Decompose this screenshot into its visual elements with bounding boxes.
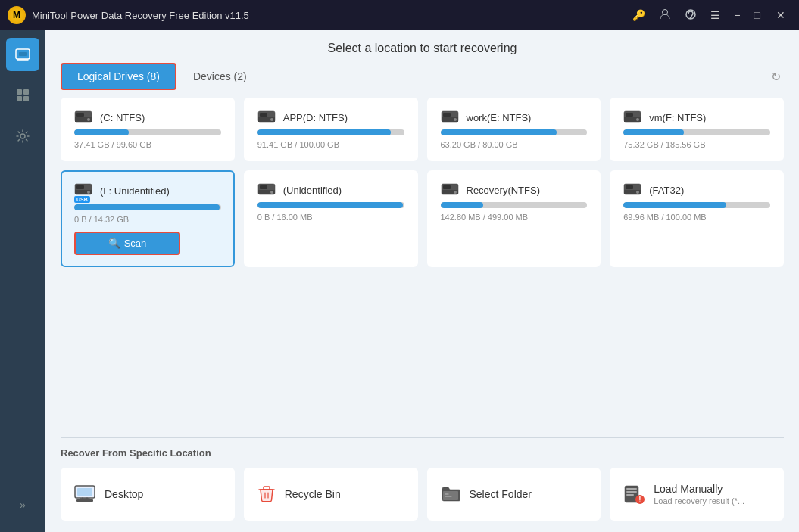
drive-name-c: (C: NTFS) [100,112,145,123]
svg-point-33 [270,191,273,194]
drive-fill-recovery [441,202,483,208]
drive-fill-vm [623,129,683,135]
expand-sidebar[interactable]: » [14,493,32,517]
drive-name-fat32: (FAT32) [649,185,684,196]
tabs-container: Logical Drives (8) Devices (2) ↻ [45,63,799,90]
svg-text:!: ! [639,496,641,504]
drive-bar-l [74,204,221,210]
title-bar: M MiniTool Power Data Recovery Free Edit… [0,0,799,30]
drive-name-recovery: Recovery(NTFS) [467,185,541,196]
drive-card-unid[interactable]: (Unidentified) 0 B / 16.00 MB [244,170,418,267]
scan-button[interactable]: 🔍 Scan [74,232,180,255]
drive-card-fat32[interactable]: (FAT32) 69.96 MB / 100.00 MB [610,170,784,267]
app-logo: M [8,6,26,24]
svg-point-25 [636,118,639,121]
drive-bar-recovery [441,202,588,208]
account-icon[interactable] [655,7,675,24]
drive-size-recovery: 142.80 MB / 499.00 MB [441,213,588,222]
svg-rect-8 [17,96,22,101]
svg-rect-6 [17,89,22,95]
svg-point-13 [87,118,90,121]
svg-point-0 [663,9,668,14]
drive-fill-work [441,129,557,135]
drive-header-l: USB (L: Unidentified) [74,182,221,200]
drive-bar-fat32 [623,202,770,208]
window-controls: 🔑 ☰ − □ ✕ [629,7,791,24]
specific-card-manual[interactable]: ! Load Manually Load recovery result (*.… [610,468,784,521]
hdd-icon-recovery [441,182,459,198]
specific-card-folder[interactable]: Select Folder [427,468,601,521]
drive-name-work: work(E: NTFS) [467,112,532,123]
drive-size-app: 91.41 GB / 100.00 GB [257,140,404,149]
drive-size-l: 0 B / 14.32 GB [74,215,221,224]
specific-section-title: Recover From Specific Location [61,447,784,459]
content-area: Select a location to start recovering Lo… [45,30,799,532]
specific-card-sub-manual: Load recovery result (*... [654,496,744,506]
section-divider [61,437,784,438]
drive-header-app: APP(D: NTFS) [257,110,404,125]
drive-size-work: 63.20 GB / 80.00 GB [441,140,588,149]
app-title: MiniTool Power Data Recovery Free Editio… [32,10,629,21]
svg-point-21 [454,118,457,121]
specific-card-desktop[interactable]: Desktop [61,468,235,521]
svg-rect-49 [626,491,637,493]
drive-bar-vm [623,129,770,135]
close-button[interactable]: ✕ [770,8,791,23]
specific-card-label-manual: Load Manually [654,483,744,495]
sidebar-item-recover[interactable] [6,38,39,71]
drive-card-recovery[interactable]: Recovery(NTFS) 142.80 MB / 499.00 MB [427,170,601,267]
specific-card-recycle[interactable]: Recycle Bin [244,468,418,521]
drive-header-unid: (Unidentified) [257,182,404,198]
hdd-icon-fat32 [623,182,641,198]
drive-card-l[interactable]: USB (L: Unidentified) 0 B / 14.32 GB 🔍 S… [61,170,235,267]
drive-header-c: (C: NTFS) [74,110,221,125]
usb-badge: USB [74,196,90,203]
folder-icon [441,486,460,502]
drive-card-c[interactable]: (C: NTFS) 37.41 GB / 99.60 GB [61,98,235,161]
sidebar-item-settings[interactable] [6,120,39,153]
specific-card-text-recycle: Recycle Bin [285,488,341,500]
tab-devices[interactable]: Devices (2) [176,63,264,90]
svg-point-37 [454,191,457,194]
drive-fill-fat32 [623,202,726,208]
svg-rect-44 [77,488,92,496]
svg-point-41 [636,191,639,194]
specific-card-text-manual: Load Manually Load recovery result (*... [654,483,744,506]
hdd-icon-vm [623,110,641,125]
specific-card-text-folder: Select Folder [470,488,532,500]
drive-card-app[interactable]: APP(D: NTFS) 91.41 GB / 100.00 GB [244,98,418,161]
drive-name-unid: (Unidentified) [283,185,342,196]
help-icon[interactable] [681,7,701,24]
maximize-button[interactable]: □ [751,8,764,23]
usb-drive-icon-container: USB [74,182,92,200]
specific-section: Recover From Specific Location Desktop [45,447,799,532]
svg-point-17 [270,118,273,121]
drive-header-fat32: (FAT32) [623,182,770,198]
drive-name-app: APP(D: NTFS) [283,112,348,123]
hdd-icon-l [74,182,92,198]
drive-fill-unid [257,202,403,208]
drive-name-l: (L: Unidentified) [100,185,170,197]
manual-icon-container: ! [623,484,645,504]
drive-size-vm: 75.32 GB / 185.56 GB [623,140,770,149]
svg-rect-45 [76,499,93,502]
svg-rect-9 [23,96,29,101]
drive-card-work[interactable]: work(E: NTFS) 63.20 GB / 80.00 GB [427,98,601,161]
drive-header-work: work(E: NTFS) [441,110,588,125]
specific-grid: Desktop Recycle Bin [61,468,784,521]
sidebar-item-grid[interactable] [6,79,39,112]
refresh-button[interactable]: ↻ [768,67,784,87]
menu-icon[interactable]: ☰ [707,8,724,23]
drive-name-vm: vm(F: NTFS) [649,112,706,123]
minimize-button[interactable]: − [730,8,744,23]
svg-rect-18 [260,113,267,117]
key-icon[interactable]: 🔑 [629,8,649,23]
drive-card-vm[interactable]: vm(F: NTFS) 75.32 GB / 185.56 GB [610,98,784,161]
drive-bar-c [74,129,221,135]
specific-card-label-desktop: Desktop [105,488,143,500]
svg-rect-34 [260,185,267,189]
drive-fill-app [257,129,391,135]
tab-logical-drives[interactable]: Logical Drives (8) [61,63,176,90]
scan-label: Scan [124,238,147,249]
drive-size-c: 37.41 GB / 99.60 GB [74,140,221,149]
